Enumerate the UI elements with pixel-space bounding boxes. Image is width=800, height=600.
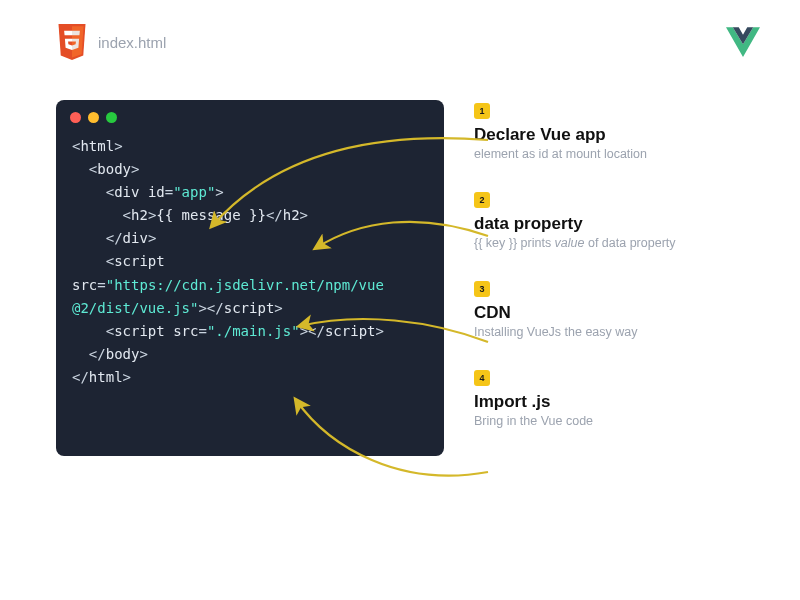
annotation-subtitle: element as id at mount location [474, 147, 760, 161]
annotation-title: data property [474, 214, 760, 234]
annotation-badge: 2 [474, 192, 490, 208]
annotation-subtitle: Installing VueJs the easy way [474, 325, 760, 339]
close-dot-icon [70, 112, 81, 123]
code-body: <html> <body> <div id="app"> <h2>{{ mess… [56, 129, 444, 409]
header: index.html [0, 0, 800, 60]
annotation-4: 4Import .jsBring in the Vue code [474, 367, 760, 428]
annotation-title: CDN [474, 303, 760, 323]
vue-icon [726, 27, 760, 57]
minimize-dot-icon [88, 112, 99, 123]
annotations-list: 1Declare Vue appelement as id at mount l… [474, 100, 760, 456]
annotation-1: 1Declare Vue appelement as id at mount l… [474, 100, 760, 161]
window-controls [56, 100, 444, 129]
annotation-2: 2data property{{ key }} prints value of … [474, 189, 760, 250]
main-content: <html> <body> <div id="app"> <h2>{{ mess… [0, 60, 800, 456]
annotation-subtitle: Bring in the Vue code [474, 414, 760, 428]
annotation-badge: 3 [474, 281, 490, 297]
maximize-dot-icon [106, 112, 117, 123]
annotation-badge: 4 [474, 370, 490, 386]
header-left: index.html [56, 24, 166, 60]
annotation-title: Declare Vue app [474, 125, 760, 145]
code-window: <html> <body> <div id="app"> <h2>{{ mess… [56, 100, 444, 456]
annotation-subtitle: {{ key }} prints value of data property [474, 236, 760, 250]
annotation-title: Import .js [474, 392, 760, 412]
annotation-badge: 1 [474, 103, 490, 119]
filename-label: index.html [98, 34, 166, 51]
annotation-3: 3CDNInstalling VueJs the easy way [474, 278, 760, 339]
html5-icon [56, 24, 88, 60]
